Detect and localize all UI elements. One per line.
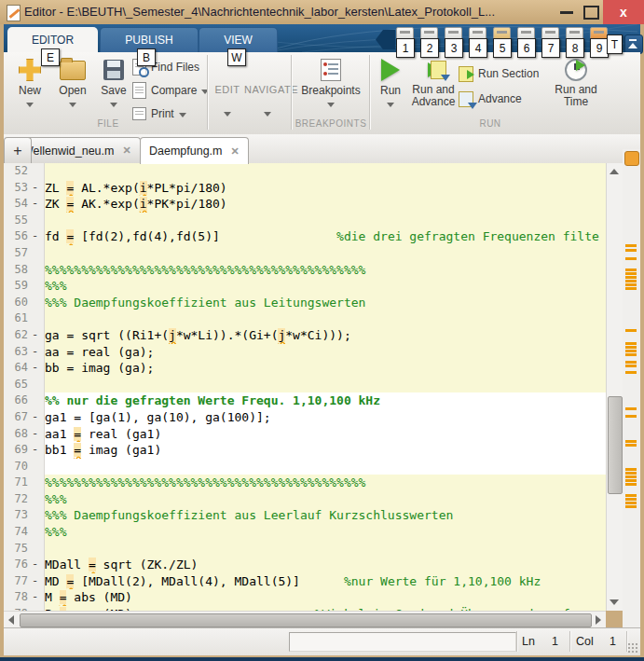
gutter[interactable]: 68- bbox=[4, 426, 45, 443]
warning-tick[interactable] bbox=[625, 329, 637, 332]
code-line[interactable]: 67-ga1 = [ga(1), ga(10), ga(100)]; bbox=[4, 409, 606, 426]
gutter[interactable]: 62- bbox=[4, 327, 45, 344]
breakpoints-button[interactable]: Breakpoints bbox=[295, 56, 367, 110]
gutter[interactable]: 65 bbox=[4, 377, 45, 393]
warning-tick[interactable] bbox=[625, 342, 637, 345]
code-line[interactable]: 73%%% Daempfungskoeffizient aus Leerlauf… bbox=[4, 507, 606, 524]
resize-grip[interactable] bbox=[627, 642, 637, 653]
gutter[interactable]: 60 bbox=[4, 295, 45, 311]
code-line[interactable]: 77-MD = [MDall(2), MDall(4), MDall(5)] %… bbox=[4, 573, 606, 590]
warning-tick[interactable] bbox=[625, 440, 637, 443]
code-line[interactable]: 78-M = abs (MD) bbox=[4, 589, 606, 606]
gutter[interactable]: 57 bbox=[4, 245, 45, 262]
gutter[interactable]: 55 bbox=[4, 213, 45, 229]
close-tab-icon[interactable]: ✕ bbox=[231, 145, 240, 158]
advance-button[interactable]: Advance bbox=[459, 90, 522, 108]
code-line[interactable]: 71%%%%%%%%%%%%%%%%%%%%%%%%%%%%%%%%%%%%%%… bbox=[4, 475, 606, 491]
run-section-button[interactable]: Run Section bbox=[459, 64, 539, 83]
gutter[interactable]: 61 bbox=[4, 310, 45, 327]
doc-tab-wellenwid[interactable]: Wellenwid_neu.m ✕ bbox=[13, 137, 141, 163]
compare-dropdown-arrow[interactable] bbox=[201, 90, 209, 94]
gutter[interactable]: 73 bbox=[4, 507, 45, 524]
code-line[interactable]: 58%%%%%%%%%%%%%%%%%%%%%%%%%%%%%%%%%%%%%%… bbox=[4, 262, 606, 279]
new-tab-button[interactable]: + bbox=[4, 137, 32, 163]
gutter[interactable]: 53- bbox=[4, 180, 45, 197]
gutter[interactable]: 71 bbox=[4, 475, 45, 491]
gutter[interactable]: 56- bbox=[4, 228, 45, 245]
code-line[interactable]: 53-ZL = AL.*exp(i*PL*pi/180) bbox=[4, 180, 606, 197]
gutter[interactable]: 67- bbox=[4, 409, 45, 426]
edit-dropdown-arrow[interactable] bbox=[224, 112, 231, 117]
warning-tick[interactable] bbox=[625, 415, 637, 418]
gutter[interactable]: 63- bbox=[4, 344, 45, 361]
warning-tick[interactable] bbox=[625, 276, 637, 279]
code-line[interactable]: 55 bbox=[4, 213, 606, 229]
breakpoints-dropdown-arrow[interactable] bbox=[327, 103, 335, 107]
code-line[interactable]: 72%%% bbox=[4, 491, 606, 508]
run-and-advance-button[interactable]: Run andAdvance bbox=[410, 56, 457, 108]
warning-tick[interactable] bbox=[625, 498, 637, 501]
warning-tick[interactable] bbox=[625, 468, 637, 471]
code-line[interactable]: 76-MDall = sqrt (ZK./ZL) bbox=[4, 557, 606, 573]
save-dropdown-arrow[interactable] bbox=[110, 103, 117, 107]
gutter[interactable]: 76- bbox=[4, 557, 45, 573]
code-line[interactable]: 61 bbox=[4, 310, 606, 327]
warning-tick[interactable] bbox=[625, 280, 637, 282]
gutter[interactable]: 77- bbox=[4, 573, 45, 590]
code-line[interactable]: 63-aa = real (ga); bbox=[4, 344, 606, 361]
code-line[interactable]: 64-bb = imag (ga); bbox=[4, 360, 606, 377]
doc-tab-daempfung[interactable]: Daempfung.m ✕ bbox=[140, 137, 249, 164]
code-line[interactable]: 66%% nur die gefragten Werte Frequ. 1,10… bbox=[4, 392, 606, 409]
save-button[interactable]: Save bbox=[93, 56, 134, 110]
gutter[interactable]: 64- bbox=[4, 360, 45, 377]
gutter[interactable]: 66 bbox=[4, 392, 45, 409]
warning-tick[interactable] bbox=[625, 244, 637, 247]
run-and-time-button[interactable]: Run andTime bbox=[548, 56, 604, 108]
warning-tick[interactable] bbox=[625, 350, 637, 352]
run-button[interactable]: Run bbox=[373, 56, 408, 110]
code-line[interactable]: 68-aa1 = real (ga1) bbox=[4, 426, 606, 443]
horizontal-scrollbar[interactable] bbox=[4, 611, 606, 628]
warning-tick[interactable] bbox=[625, 272, 637, 275]
vertical-scrollbar[interactable] bbox=[606, 163, 623, 611]
warning-tick[interactable] bbox=[625, 257, 637, 260]
code-line[interactable]: 74%%% bbox=[4, 524, 606, 541]
code-line[interactable]: 65 bbox=[4, 377, 606, 393]
code-line[interactable]: 60%%% Daempfungskoeffizient aus Leitungs… bbox=[4, 295, 606, 311]
gutter[interactable]: 75 bbox=[4, 541, 45, 558]
collapse-ribbon-button[interactable] bbox=[624, 34, 643, 54]
gutter[interactable]: 70 bbox=[4, 459, 45, 475]
warning-tick[interactable] bbox=[625, 371, 637, 374]
code-line[interactable]: 52 bbox=[4, 163, 606, 180]
open-dropdown-arrow[interactable] bbox=[69, 103, 76, 107]
message-indicator-status-icon[interactable] bbox=[624, 151, 639, 166]
message-indicator-bar[interactable] bbox=[623, 149, 640, 654]
gutter[interactable]: 72 bbox=[4, 491, 45, 508]
run-dropdown-arrow[interactable] bbox=[387, 103, 394, 107]
code-line[interactable]: 75 bbox=[4, 541, 606, 558]
code-line[interactable]: 69-bb1 = imag (ga1) bbox=[4, 442, 606, 459]
gutter[interactable]: 69- bbox=[4, 442, 45, 459]
gutter[interactable]: 74 bbox=[4, 524, 45, 541]
warning-tick[interactable] bbox=[625, 365, 637, 367]
warning-tick[interactable] bbox=[625, 287, 637, 290]
vertical-scroll-thumb[interactable] bbox=[608, 396, 623, 494]
warning-tick[interactable] bbox=[625, 249, 637, 252]
code-line[interactable]: 62-ga = sqrt ((Ri1+(j*w*Li)).*(Gi+(j*w*C… bbox=[4, 327, 606, 344]
warning-tick[interactable] bbox=[625, 472, 637, 475]
warning-tick[interactable] bbox=[625, 475, 637, 478]
scroll-right-arrow-icon[interactable] bbox=[596, 615, 601, 625]
warning-tick[interactable] bbox=[625, 407, 637, 410]
code-editor[interactable]: 5253-ZL = AL.*exp(i*PL*pi/180)54-ZK = AK… bbox=[4, 163, 606, 611]
warning-tick[interactable] bbox=[625, 361, 637, 364]
close-button[interactable]: x bbox=[603, 0, 644, 24]
warning-tick[interactable] bbox=[625, 479, 637, 482]
warning-tick[interactable] bbox=[625, 269, 637, 271]
scroll-up-arrow-icon[interactable] bbox=[610, 169, 619, 174]
gutter[interactable]: 78- bbox=[4, 589, 45, 606]
warning-tick[interactable] bbox=[625, 346, 637, 349]
maximize-button[interactable] bbox=[583, 6, 599, 20]
warning-tick[interactable] bbox=[625, 444, 637, 447]
edit-group-button[interactable]: EDIT bbox=[211, 84, 244, 118]
print-dropdown-arrow[interactable] bbox=[179, 113, 186, 117]
